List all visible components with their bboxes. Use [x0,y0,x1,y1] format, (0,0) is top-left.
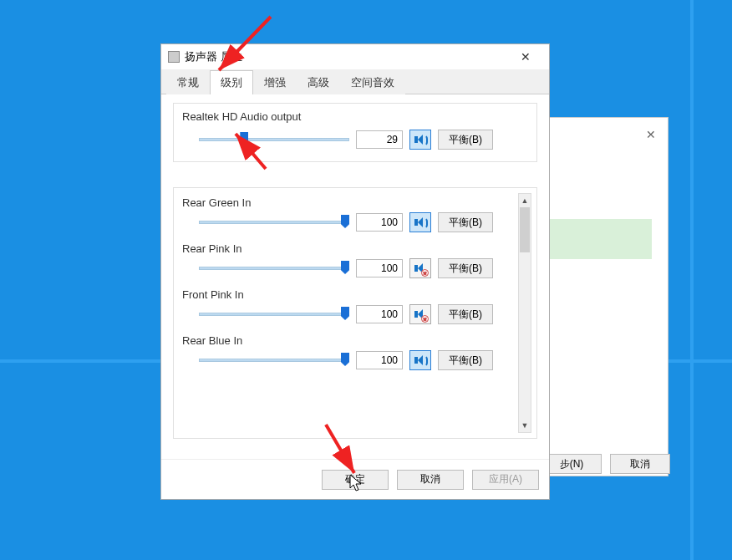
channel-value[interactable] [356,305,403,323]
channel-2: Front Pink In 平衡(B) [182,285,518,324]
channel-label: Rear Pink In [182,242,518,255]
background-next-button[interactable]: 步(N) [541,454,602,474]
main-output-section: Realtek HD Audio output 平衡(B) [173,103,537,162]
tab-4[interactable]: 空间音效 [340,70,405,94]
cancel-button[interactable]: 取消 [397,470,464,490]
ok-button[interactable]: 确定 [322,470,389,490]
channel-label: Rear Green In [182,196,518,209]
scroll-up-button[interactable]: ▲ [519,194,531,207]
background-highlight-strip [535,219,652,259]
channel-slider[interactable] [199,259,349,277]
background-close-button[interactable]: ✕ [641,125,661,145]
channel-slider[interactable] [199,351,349,369]
background-cancel-button[interactable]: 取消 [610,454,670,474]
main-output-label: Realtek HD Audio output [182,110,528,123]
apply-button[interactable]: 应用(A) [472,470,539,490]
muted-icon [421,315,429,323]
window-icon [168,51,180,63]
main-output-slider[interactable] [199,130,349,149]
scroll-track[interactable] [519,207,531,419]
tab-strip: 常规级别增强高级空间音效 [161,69,549,94]
channel-1: Rear Pink In 平衡(B) [182,239,518,278]
channel-3: Rear Blue In 平衡(B) [182,331,518,370]
window-title: 扬声器 属性 [185,49,242,64]
channel-value[interactable] [356,351,403,369]
titlebar: 扬声器 属性 ✕ [161,44,549,69]
muted-icon [421,269,429,277]
channel-balance-button[interactable]: 平衡(B) [438,212,493,232]
main-output-value[interactable] [356,130,403,149]
tab-1[interactable]: 级别 [210,70,253,94]
channel-balance-button[interactable]: 平衡(B) [438,304,493,324]
channel-label: Front Pink In [182,288,518,301]
channel-balance-button[interactable]: 平衡(B) [438,258,493,278]
channel-slider[interactable] [199,305,349,323]
channel-mute-button[interactable] [409,258,431,278]
speaker-properties-dialog: 扬声器 属性 ✕ 常规级别增强高级空间音效 Realtek HD Audio o… [160,43,550,500]
channel-mute-button[interactable] [409,304,431,324]
channel-label: Rear Blue In [182,334,518,347]
main-output-mute-button[interactable] [409,130,431,150]
inputs-scrollbar[interactable]: ▲ ▼ [518,193,531,433]
tab-3[interactable]: 高级 [297,70,340,94]
inputs-section: Rear Green In 平衡(B) Rear Pink In [173,187,537,439]
scroll-down-button[interactable]: ▼ [519,419,531,432]
tab-2[interactable]: 增强 [253,70,297,94]
tab-0[interactable]: 常规 [166,70,210,94]
channel-mute-button[interactable] [409,350,431,370]
tab-body-levels: Realtek HD Audio output 平衡(B) Rear Green… [161,94,549,459]
channel-value[interactable] [356,259,403,277]
channel-slider[interactable] [199,213,349,232]
scroll-thumb[interactable] [520,207,530,252]
channel-0: Rear Green In 平衡(B) [182,193,518,232]
close-button[interactable]: ✕ [509,45,542,69]
dialog-footer: 确定 取消 应用(A) [161,459,549,499]
channel-balance-button[interactable]: 平衡(B) [438,350,493,370]
channel-value[interactable] [356,213,403,232]
channel-mute-button[interactable] [409,212,431,232]
main-output-balance-button[interactable]: 平衡(B) [438,130,493,150]
